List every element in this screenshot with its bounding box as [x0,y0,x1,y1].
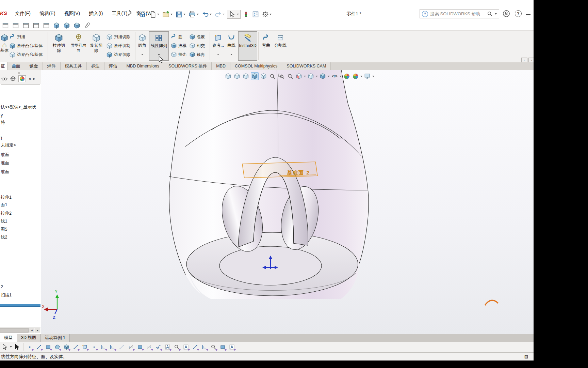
chevron-down-icon[interactable] [223,14,225,15]
lofted-boss-button[interactable]: 放样凸台/基体 [9,42,43,50]
select-tool-button[interactable] [1,342,9,351]
chevron-down-icon[interactable] [217,54,219,55]
chevron-down-icon[interactable] [304,76,306,77]
undo-button[interactable] [201,10,212,19]
u-profile-button[interactable] [218,342,227,351]
hide-show-items-icon[interactable] [331,72,339,80]
reference-geometry-button[interactable]: 参考... [211,31,225,61]
boundary-boss-button[interactable]: 边界凸台/基体 [9,50,43,59]
tab-solidworks-addins[interactable]: SOLIDWORKS 插件 [164,62,212,70]
tree-item-sweep1[interactable]: 扫描1 [1,292,12,298]
sketch-centerline-button[interactable] [71,342,80,351]
chevron-down-icon[interactable] [183,14,185,15]
tab-annotations[interactable]: 标注 [87,62,104,70]
tab-sheet-metal[interactable]: 钣金 [25,62,43,70]
tree-item-right-plane[interactable]: 准面 [1,169,9,175]
menu-tools[interactable]: 工具(T) [112,11,127,17]
tree-item-front-plane[interactable]: 准面 [1,152,9,158]
rollback-bar[interactable] [0,304,40,307]
chevron-down-icon[interactable] [360,76,362,77]
dimension-grid-button[interactable] [136,342,144,351]
tree-horizontal-scrollbar[interactable]: ◂ ▸ [0,327,40,333]
tree-item-extrude1[interactable]: 拉伸1 [1,195,12,200]
tab-weldments[interactable]: 焊件 [43,62,61,70]
tree-item[interactable]: 面1 [1,202,7,208]
a-degree-button[interactable] [228,342,236,351]
rib-button[interactable]: 筋 [171,33,182,41]
chevron-down-icon[interactable] [141,54,143,55]
sketch-arc[interactable] [485,300,498,305]
chevron-down-icon[interactable] [10,346,12,348]
attachment-icon[interactable] [83,21,91,30]
property-manager-icon[interactable] [10,76,16,82]
tab-mbd[interactable]: MBD [212,62,230,70]
chevron-down-icon[interactable] [372,76,374,77]
new-document-button[interactable] [149,10,160,19]
previous-view-icon[interactable] [286,72,294,80]
scroll-right-icon[interactable]: ▸ [35,328,40,333]
pin-menu-icon[interactable] [127,10,133,17]
chevron-down-icon[interactable] [340,76,342,77]
view-orientation-icon[interactable] [307,72,315,80]
fillet-button[interactable]: 圆角 [136,31,148,61]
chevron-down-icon[interactable] [158,54,160,56]
tab-scroll-left-icon[interactable]: ◀ [28,77,31,80]
isometric-view-icon[interactable] [233,72,241,80]
chevron-down-icon[interactable] [237,14,239,15]
revolved-cut-button[interactable]: 旋转切除 [88,31,104,61]
swept-cut-button[interactable]: 扫描切除 [106,33,130,41]
sketch-polygon-button[interactable] [53,342,61,351]
sketch-corner-button[interactable] [99,342,107,351]
file-properties-button[interactable] [251,10,260,18]
tree-item[interactable]: 线1 [1,218,7,224]
chevron-down-icon[interactable] [495,13,497,15]
tab-model[interactable]: 模型 [0,334,17,342]
home-button[interactable] [138,10,147,19]
tab-comsol-multiphysics[interactable]: COMSOL Multiphysics [230,62,282,70]
tab-mold-tools[interactable]: 模具工具 [61,62,87,70]
smart-dimension-button[interactable] [127,342,135,351]
curves-button[interactable]: 曲线 [225,31,238,61]
sketch-point2-button[interactable] [90,342,98,351]
scroll-left-icon[interactable]: ◂ [29,328,34,333]
tree-item-configuration[interactable]: 认<<默认>_显示状 [1,104,36,110]
sketch-box-button[interactable] [62,342,70,351]
shaded-with-edges-icon[interactable] [251,72,259,80]
viewport-layout-icon[interactable] [22,21,30,30]
tab-evaluate[interactable]: 评估 [104,62,122,70]
search-box[interactable]: ? 搜索 SOLIDWORKS 帮助 [420,9,499,18]
panel-collapse-dot[interactable] [18,72,20,74]
equations-button[interactable] [154,342,162,351]
select-tool-button[interactable] [227,10,241,19]
measure-button[interactable] [145,342,153,351]
view-cube-icon[interactable] [73,21,81,30]
zoom-to-fit-icon[interactable] [224,72,232,80]
search-icon[interactable] [487,11,493,17]
instant3d-button[interactable]: Instant3D [238,31,257,61]
view-cube-icon[interactable] [63,21,71,30]
boundary-cut-button[interactable]: 边界切除 [106,50,130,59]
viewport-layout-icon[interactable] [32,21,40,30]
search-input[interactable]: 搜索 SOLIDWORKS 帮助 [430,11,485,17]
tab-surfaces[interactable]: 曲面 [7,62,25,70]
menu-edit[interactable]: 编辑(E) [39,11,55,17]
menu-view[interactable]: 视图(V) [64,11,80,17]
sketch-point-button[interactable] [26,342,34,351]
draft-button[interactable]: 拔模 [171,42,186,50]
wrap-button[interactable]: 包覆 [189,33,205,41]
view-cube-icon[interactable] [52,21,61,30]
chevron-down-icon[interactable] [270,14,272,15]
zoom-area-icon[interactable] [277,72,285,80]
top-view-icon[interactable] [260,72,267,80]
spline-tool-button[interactable] [191,342,199,351]
tree-item[interactable]: 特 [1,120,5,125]
help-icon[interactable]: ? [515,10,522,17]
extruded-boss-button[interactable]: 凸 基体 [0,31,9,61]
redo-button[interactable] [214,10,225,19]
flex-button[interactable]: 弯曲 [260,31,273,61]
extruded-cut-button[interactable]: 拉伸切除 [49,31,69,61]
chevron-down-icon[interactable] [197,14,199,15]
reference-plane[interactable]: 基准面 2 [242,162,317,178]
zoom-in-icon[interactable] [268,72,276,80]
viewport-layout-icon[interactable] [42,21,50,30]
